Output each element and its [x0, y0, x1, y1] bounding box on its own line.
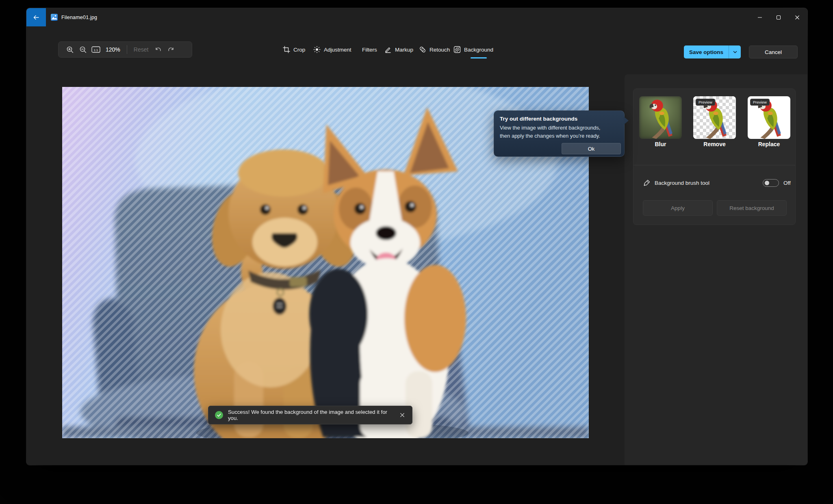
background-options-card: Preview Preview Blur Remove Replace Back…	[633, 89, 796, 225]
tab-adjustment[interactable]: Adjustment	[313, 41, 351, 58]
tab-filters-label: Filters	[362, 47, 377, 53]
adjustment-icon	[313, 46, 321, 53]
tab-markup-label: Markup	[395, 47, 413, 53]
background-icon	[453, 46, 461, 53]
preview-badge: Preview	[750, 99, 770, 106]
save-options-label: Save options	[684, 45, 729, 58]
tab-retouch-label: Retouch	[430, 47, 450, 53]
reset-zoom-button[interactable]: Reset	[131, 46, 151, 53]
tooltip-body-line2: then apply the changes when you’re ready…	[500, 133, 600, 139]
brush-icon	[643, 179, 651, 186]
close-button[interactable]	[788, 8, 807, 26]
blur-option-label: Blur	[639, 141, 682, 147]
back-arrow-icon	[33, 14, 39, 21]
close-icon	[400, 413, 405, 417]
tab-background[interactable]: Background	[453, 41, 493, 58]
redo-icon	[167, 45, 175, 54]
success-toast: Success! We found the background of the …	[208, 406, 412, 424]
window-title: Filename01.jpg	[61, 8, 97, 26]
background-option-replace[interactable]: Preview	[748, 96, 790, 139]
undo-button[interactable]	[152, 44, 164, 55]
tab-retouch[interactable]: Retouch	[419, 41, 450, 58]
markup-pen-icon	[384, 46, 392, 53]
svg-text:1:1: 1:1	[93, 48, 98, 52]
zoom-toolbar: 1:1 120% Reset	[58, 41, 192, 58]
tab-crop-label: Crop	[293, 47, 305, 53]
toolbar-divider	[127, 45, 127, 54]
tab-adjustment-label: Adjustment	[324, 47, 351, 53]
preview-badge: Preview	[696, 99, 715, 106]
image-file-icon	[51, 14, 58, 21]
save-options-button[interactable]: Save options	[684, 45, 741, 58]
zoom-out-icon	[79, 46, 87, 54]
minimize-button[interactable]	[751, 8, 769, 26]
background-panel: Preview Preview Blur Remove Replace Back…	[625, 74, 807, 465]
undo-icon	[154, 45, 162, 54]
title-bar: Filename01.jpg	[26, 8, 807, 26]
backgrounds-teaching-tooltip: Try out different backgrounds View the i…	[494, 110, 625, 157]
crop-icon	[283, 46, 290, 53]
retouch-icon	[419, 46, 426, 53]
toggle-knob	[765, 181, 769, 185]
save-options-dropdown[interactable]	[729, 45, 741, 58]
tooltip-body: View the image with different background…	[500, 124, 618, 140]
zoom-level: 120%	[103, 46, 123, 53]
toggle-state-label: Off	[783, 174, 791, 191]
tab-markup[interactable]: Markup	[384, 41, 413, 58]
actual-size-button[interactable]: 1:1	[90, 44, 102, 55]
maximize-icon	[776, 15, 781, 20]
one-to-one-icon: 1:1	[91, 46, 100, 53]
tooltip-arrow	[624, 117, 629, 125]
replace-option-label: Replace	[748, 141, 790, 147]
apply-button[interactable]: Apply	[643, 200, 713, 216]
corgi-dog	[309, 107, 466, 438]
success-check-icon	[215, 411, 223, 419]
chevron-down-icon	[733, 50, 738, 54]
photos-editor-window: Filename01.jpg 1:1 120% Reset	[26, 8, 807, 465]
tooltip-body-line1: View the image with different background…	[500, 125, 600, 131]
redo-button[interactable]	[165, 44, 177, 55]
zoom-in-button[interactable]	[64, 44, 76, 55]
tab-background-label: Background	[464, 47, 493, 53]
minimize-icon	[757, 15, 762, 20]
zoom-in-icon	[66, 46, 74, 54]
tab-crop[interactable]: Crop	[283, 41, 305, 58]
zoom-out-button[interactable]	[77, 44, 89, 55]
background-option-remove[interactable]: Preview	[693, 96, 736, 139]
background-brush-row: Background brush tool Off	[633, 174, 795, 191]
reset-background-button[interactable]: Reset background	[717, 200, 787, 216]
card-divider	[633, 165, 795, 165]
tooltip-title: Try out different backgrounds	[500, 116, 618, 122]
toast-message: Success! We found the background of the …	[228, 409, 396, 421]
tooltip-ok-button[interactable]: Ok	[562, 143, 621, 154]
close-icon	[795, 15, 800, 20]
remove-option-label: Remove	[693, 141, 736, 147]
cancel-button[interactable]: Cancel	[749, 45, 798, 58]
brush-tool-toggle[interactable]	[763, 179, 779, 187]
tab-filters[interactable]: Filters	[362, 41, 377, 58]
brush-tool-label: Background brush tool	[655, 180, 709, 186]
back-button[interactable]	[26, 8, 46, 26]
maximize-button[interactable]	[769, 8, 788, 26]
background-option-blur[interactable]	[639, 96, 682, 139]
parrot-thumbnail-image	[639, 96, 682, 139]
toast-close-button[interactable]	[396, 409, 409, 422]
